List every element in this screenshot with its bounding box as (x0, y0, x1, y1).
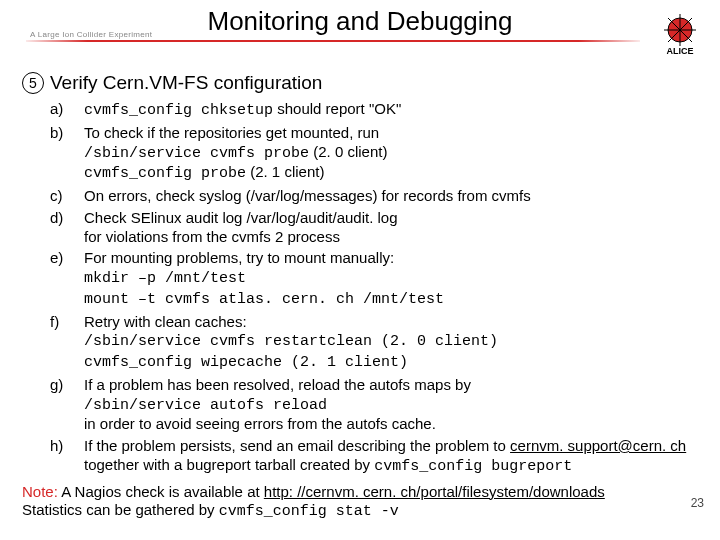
slide-header: A Large Ion Collider Experiment Monitori… (0, 0, 720, 64)
command-text: cvmfs_config stat -v (219, 503, 399, 520)
list-item: b) To check if the repositories get moun… (50, 124, 710, 184)
note-text: A Nagios check is available at (58, 483, 264, 500)
slide: A Large Ion Collider Experiment Monitori… (0, 0, 720, 540)
item-body: On errors, check syslog (/var/log/messag… (84, 187, 710, 206)
item-text: should report "OK" (273, 100, 401, 117)
page-title: Monitoring and Debugging (0, 6, 720, 37)
item-text: If the problem persists, send an email d… (84, 437, 510, 454)
item-text: (2. 0 client) (309, 143, 387, 160)
item-label: b) (50, 124, 84, 184)
item-body: Check SElinux audit log /var/log/audit/a… (84, 209, 710, 247)
item-text: On errors, check syslog (/var/log/messag… (84, 187, 531, 204)
list-item: f) Retry with clean caches: /sbin/servic… (50, 313, 710, 373)
note-label: Note: (22, 483, 58, 500)
item-body: For mounting problems, try to mount manu… (84, 249, 710, 309)
title-underline (26, 40, 640, 42)
command-text: mount –t cvmfs atlas. cern. ch /mnt/test (84, 291, 444, 308)
section-heading: 5Verify Cern.VM-FS configuration (22, 72, 720, 94)
item-body: If a problem has been resolved, reload t… (84, 376, 710, 434)
step-number-icon: 5 (22, 72, 44, 94)
item-list: a) cvmfs_config chksetup should report "… (50, 100, 710, 477)
command-text: cvmfs_config wipecache (2. 1 client) (84, 354, 408, 371)
item-label: f) (50, 313, 84, 373)
item-body: Retry with clean caches: /sbin/service c… (84, 313, 710, 373)
note-block: Note: A Nagios check is available at htt… (22, 483, 700, 523)
item-body: To check if the repositories get mounted… (84, 124, 710, 184)
list-item: e) For mounting problems, try to mount m… (50, 249, 710, 309)
list-item: h) If the problem persists, send an emai… (50, 437, 710, 477)
command-text: mkdir –p /mnt/test (84, 270, 246, 287)
item-label: e) (50, 249, 84, 309)
command-text: /sbin/service cvmfs probe (84, 145, 309, 162)
email-link[interactable]: cernvm. support@cern. ch (510, 437, 686, 454)
logo-text: ALICE (667, 46, 694, 56)
item-text: in order to avoid seeing errors from the… (84, 415, 436, 432)
list-item: d) Check SElinux audit log /var/log/audi… (50, 209, 710, 247)
list-item: g) If a problem has been resolved, reloa… (50, 376, 710, 434)
item-text: For mounting problems, try to mount manu… (84, 249, 394, 266)
item-text: Check SElinux audit log /var/log/audit/a… (84, 209, 398, 226)
item-text: To check if the repositories get mounted… (84, 124, 379, 141)
note-link[interactable]: http: //cernvm. cern. ch/portal/filesyst… (264, 483, 605, 500)
item-text: for violations from the cvmfs 2 process (84, 228, 340, 245)
command-text: cvmfs_config chksetup (84, 102, 273, 119)
item-text: Retry with clean caches: (84, 313, 247, 330)
item-label: a) (50, 100, 84, 121)
item-label: c) (50, 187, 84, 206)
item-text: (2. 1 client) (246, 163, 324, 180)
item-label: d) (50, 209, 84, 247)
command-text: /sbin/service autofs reload (84, 397, 327, 414)
note-text: Statistics can be gathered by (22, 501, 219, 518)
list-item: a) cvmfs_config chksetup should report "… (50, 100, 710, 121)
alice-logo-icon: ALICE (658, 12, 702, 56)
section-title: Verify Cern.VM-FS configuration (50, 72, 322, 93)
command-text: cvmfs_config probe (84, 165, 246, 182)
item-label: h) (50, 437, 84, 477)
item-text: together with a bugreport tarball create… (84, 456, 374, 473)
list-item: c) On errors, check syslog (/var/log/mes… (50, 187, 710, 206)
item-body: If the problem persists, send an email d… (84, 437, 710, 477)
command-text: cvmfs_config bugreport (374, 458, 572, 475)
command-text: /sbin/service cvmfs restartclean (2. 0 c… (84, 333, 498, 350)
item-body: cvmfs_config chksetup should report "OK" (84, 100, 710, 121)
page-number: 23 (691, 496, 704, 510)
item-text: If a problem has been resolved, reload t… (84, 376, 471, 393)
item-label: g) (50, 376, 84, 434)
